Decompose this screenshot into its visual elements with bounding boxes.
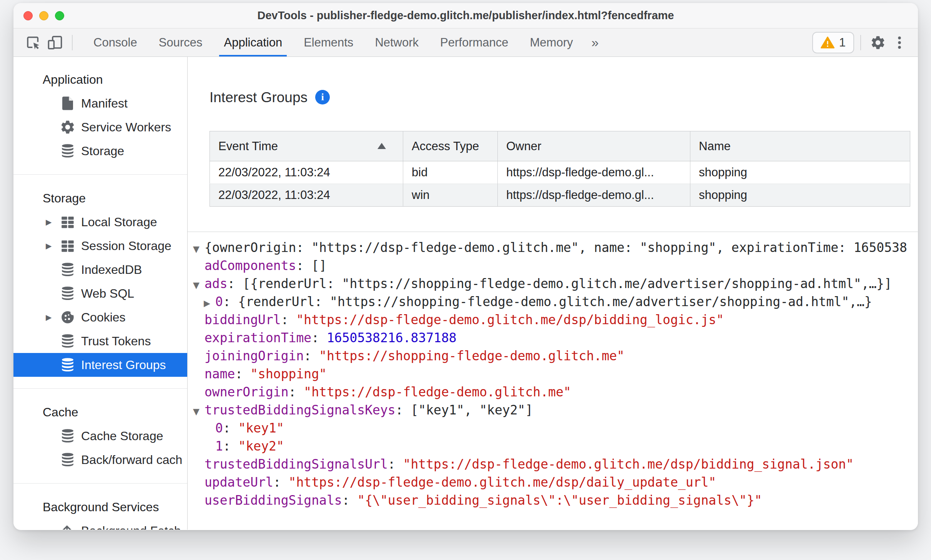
table-row[interactable]: 22/03/2022, 11:03:24winhttps://dsp-fledg… [210, 184, 910, 207]
sidebar-item-label: Manifest [81, 96, 128, 111]
menu-button[interactable] [889, 32, 910, 53]
tree-line: ▼{ownerOrigin: "https://dsp-fledge-demo.… [193, 239, 918, 257]
tree-plain: : [281, 312, 296, 327]
tree-key: ownerOrigin [204, 384, 289, 399]
sidebar-section-divider [13, 388, 187, 389]
tab-sources[interactable]: Sources [148, 28, 213, 56]
sidebar-item-label: Background Fetch [81, 524, 181, 530]
device-toolbar-button[interactable] [44, 32, 66, 53]
kebab-menu-icon [891, 35, 908, 51]
tree-plain: : [{renderUrl: "https://shopping-fledge-… [228, 276, 892, 291]
sidebar-item-indexeddb[interactable]: IndexedDB [13, 258, 187, 282]
more-tabs-button[interactable]: » [584, 35, 607, 50]
sidebar-section-storage: Storage [13, 186, 187, 210]
collapse-arrow-icon[interactable]: ▼ [193, 403, 204, 421]
sidebar-item-cache-storage[interactable]: Cache Storage [13, 424, 187, 448]
sidebar-item-local-storage[interactable]: ▶Local Storage [13, 210, 187, 234]
tree-line: userBiddingSignals: "{\"user_bidding_sig… [193, 491, 918, 509]
sidebar-item-storage[interactable]: Storage [13, 139, 187, 163]
sidebar-item-web-sql[interactable]: Web SQL [13, 282, 187, 305]
table-cell: win [403, 184, 498, 207]
devtools-toolbar: ConsoleSourcesApplicationElementsNetwork… [13, 28, 918, 57]
column-header-name[interactable]: Name [690, 131, 910, 161]
expander-arrow-icon[interactable]: ▶ [46, 241, 60, 250]
tab-elements[interactable]: Elements [293, 28, 364, 56]
sidebar-section-cache: Cache [13, 400, 187, 424]
sidebar-item-trust-tokens[interactable]: Trust Tokens [13, 329, 187, 353]
column-header-event-time[interactable]: Event Time [210, 131, 403, 161]
traffic-lights [13, 11, 64, 20]
zoom-window-button[interactable] [55, 11, 64, 20]
interest-groups-panel: Interest Groups i Event TimeAccess TypeO… [188, 57, 918, 530]
tab-console[interactable]: Console [83, 28, 148, 56]
table-cell: shopping [690, 161, 910, 184]
tree-plain: : ["key1", "key2"] [396, 403, 533, 418]
sidebar-item-manifest[interactable]: Manifest [13, 91, 187, 115]
expander-arrow-icon[interactable]: ▶ [46, 313, 60, 322]
collapse-arrow-icon[interactable]: ▼ [193, 240, 204, 258]
table-cell: 22/03/2022, 11:03:24 [210, 161, 403, 184]
tree-string: "https://dsp-fledge-demo.glitch.me/dsp/d… [289, 475, 717, 490]
tree-plain: : [235, 366, 250, 381]
sidebar-item-label: Back/forward cach [81, 453, 182, 467]
application-sidebar: ApplicationManifestService WorkersStorag… [13, 57, 188, 530]
tree-string: "shopping" [250, 366, 327, 381]
warning-icon [821, 36, 835, 50]
tree-plain: : [342, 493, 357, 508]
gear-icon [60, 119, 76, 135]
tree-line: 1: "key2" [204, 437, 918, 455]
toolbar-right: 1 [812, 32, 910, 53]
tab-memory[interactable]: Memory [519, 28, 584, 56]
sidebar-item-session-storage[interactable]: ▶Session Storage [13, 234, 187, 258]
sidebar-item-back-forward-cach[interactable]: Back/forward cach [13, 448, 187, 472]
sidebar-item-label: Storage [81, 144, 124, 158]
database-icon [60, 357, 76, 373]
tree-line: name: "shopping" [193, 365, 918, 383]
inspect-element-button[interactable] [23, 32, 44, 53]
tree-plain: {ownerOrigin: "https://dsp-fledge-demo.g… [204, 240, 907, 255]
database-icon [60, 452, 76, 468]
collapse-arrow-icon[interactable]: ▼ [193, 276, 204, 294]
tree-key: 0 [215, 421, 223, 436]
device-toolbar-icon [47, 35, 63, 51]
tree-plain: : [223, 439, 238, 454]
settings-button[interactable] [867, 32, 889, 53]
toolbar-separator [72, 35, 73, 50]
sidebar-item-label: Interest Groups [81, 358, 166, 372]
tree-line: adComponents: [] [193, 257, 918, 275]
sidebar-item-cookies[interactable]: ▶Cookies [13, 305, 187, 329]
sidebar-item-background-fetch[interactable]: Background Fetch [13, 519, 187, 530]
column-header-access-type[interactable]: Access Type [403, 131, 498, 161]
sidebar-section-divider [13, 174, 187, 175]
minimize-window-button[interactable] [39, 11, 48, 20]
sidebar-section-divider [13, 483, 187, 484]
sidebar-item-label: Service Workers [81, 120, 171, 134]
sidebar-item-label: IndexedDB [81, 263, 142, 277]
issues-badge[interactable]: 1 [812, 32, 854, 53]
tree-line: biddingUrl: "https://dsp-fledge-demo.gli… [193, 311, 918, 329]
expander-arrow-icon[interactable]: ▶ [46, 217, 60, 227]
tree-line: ownerOrigin: "https://dsp-fledge-demo.gl… [193, 383, 918, 401]
tree-string: "https://dsp-fledge-demo.glitch.me/dsp/b… [296, 312, 724, 327]
sidebar-item-label: Cookies [81, 310, 126, 325]
close-window-button[interactable] [23, 11, 33, 20]
expand-arrow-icon[interactable]: ▶ [204, 294, 215, 312]
sidebar-item-service-workers[interactable]: Service Workers [13, 115, 187, 139]
tree-plain: : [304, 348, 319, 363]
tree-line: joiningOrigin: "https://shopping-fledge-… [193, 347, 918, 365]
interest-group-details-tree: ▼{ownerOrigin: "https://dsp-fledge-demo.… [188, 232, 918, 509]
table-row[interactable]: 22/03/2022, 11:03:24bidhttps://dsp-fledg… [210, 161, 910, 184]
tab-performance[interactable]: Performance [429, 28, 519, 56]
table-cell: https://dsp-fledge-demo.gl... [498, 184, 690, 207]
database-icon [60, 262, 76, 278]
fetch-icon [60, 523, 76, 530]
tab-application[interactable]: Application [213, 28, 293, 56]
tree-key: userBiddingSignals [204, 493, 342, 508]
interest-group-events-table: Event TimeAccess TypeOwnerName 22/03/202… [209, 131, 910, 207]
sidebar-item-interest-groups[interactable]: Interest Groups [13, 353, 187, 377]
column-header-owner[interactable]: Owner [498, 131, 690, 161]
devtools-window: DevTools - publisher-fledge-demo.glitch.… [13, 3, 918, 530]
info-icon[interactable]: i [315, 90, 330, 104]
tab-network[interactable]: Network [364, 28, 429, 56]
tree-key: ads [204, 276, 228, 291]
